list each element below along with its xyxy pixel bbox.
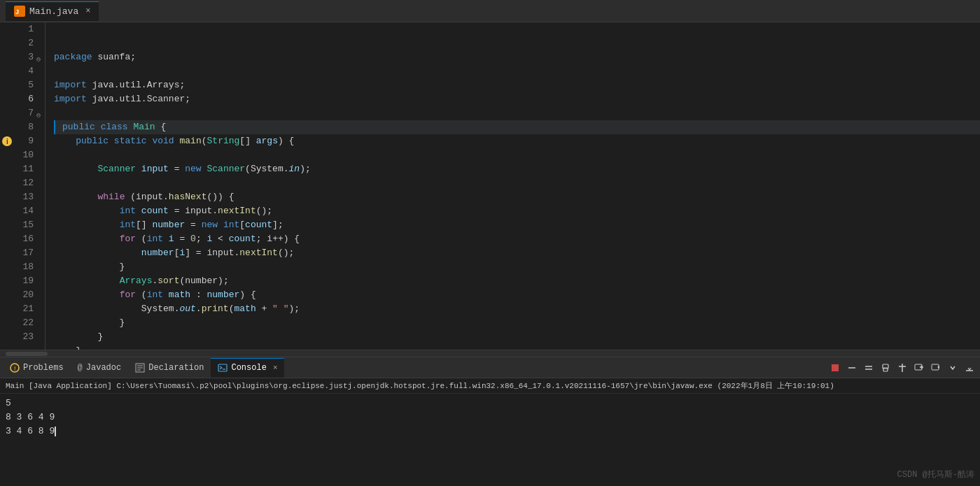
remove-button[interactable]	[844, 360, 860, 376]
gutter-cell-16	[0, 232, 14, 246]
gutter-cell-20	[0, 288, 14, 302]
gutter-cell-8	[0, 120, 14, 134]
remove-all-icon	[864, 363, 874, 373]
line-number-18: 18	[22, 260, 39, 274]
tab-declaration-label: Declaration	[148, 363, 204, 373]
console-header: Main [Java Application] C:\Users\Tuomasi…	[0, 378, 980, 394]
code-line-13: int[] number = new int[count];	[54, 218, 980, 232]
svg-text:!: !	[14, 365, 16, 372]
line-number-16: 16	[22, 232, 39, 246]
dropdown-arrow[interactable]	[945, 360, 960, 376]
gutter-cell-14	[0, 204, 14, 218]
declaration-icon	[135, 363, 145, 373]
code-line-11: while (input.hasNext()) {	[54, 190, 980, 204]
code-line-8	[54, 148, 980, 162]
new-console-button[interactable]	[911, 360, 927, 376]
tab-close-button[interactable]: ×	[85, 6, 90, 16]
code-line-10	[54, 176, 980, 190]
console-line-2: 3 4 6 8 9	[6, 424, 974, 438]
gutter-cell-9: i	[0, 134, 14, 148]
line-number-4: 4	[22, 64, 39, 78]
code-line-15: number[i] = input.nextInt();	[54, 246, 980, 260]
code-line-18: for (int math : number) {	[54, 288, 980, 302]
gutter-cell-21	[0, 302, 14, 316]
code-line-7: public static void main(String[] args) {	[54, 134, 980, 148]
line-number-21: 21	[22, 302, 39, 316]
horizontal-scrollbar[interactable]	[0, 350, 980, 357]
editor-tab[interactable]: J Main.java ×	[6, 1, 99, 21]
code-line-3: import java.util.Arrays;	[54, 78, 980, 92]
console-tab-close[interactable]: ×	[273, 364, 278, 372]
editor-container: i 123⊖4567⊖89101112131415161718192021222…	[0, 22, 980, 357]
line-number-3: 3⊖	[22, 50, 39, 64]
title-bar: J Main.java ×	[0, 0, 980, 22]
gutter-cell-23	[0, 330, 14, 344]
console-icon	[218, 363, 227, 373]
view-options-button[interactable]	[928, 360, 944, 376]
line-number-1: 1	[22, 22, 39, 36]
svg-rect-12	[832, 364, 839, 371]
tab-javadoc[interactable]: @ Javadoc	[71, 358, 129, 378]
line-number-17: 17	[22, 246, 39, 260]
line-numbers: 123⊖4567⊖891011121314151617181920212223	[14, 22, 46, 350]
svg-text:i: i	[6, 138, 8, 145]
at-icon: @	[78, 363, 83, 373]
svg-text:J: J	[15, 8, 19, 15]
pin-button[interactable]	[895, 360, 910, 376]
code-editor[interactable]: package suanfa; import java.util.Arrays;…	[46, 22, 980, 350]
chevron-down-icon	[949, 364, 956, 371]
gutter-cell-4	[0, 64, 14, 78]
stop-button[interactable]	[827, 360, 843, 376]
minimize-panel-button[interactable]	[962, 360, 977, 376]
scrollbar-thumb[interactable]	[6, 352, 48, 356]
line-number-15: 15	[22, 218, 39, 232]
code-line-1: package suanfa;	[54, 50, 980, 64]
warning-icon: !	[10, 363, 20, 373]
line-number-5: 5	[22, 78, 39, 92]
new-console-icon	[914, 363, 924, 373]
code-line-20: }	[54, 316, 980, 330]
code-line-5	[54, 106, 980, 120]
tab-javadoc-label: Javadoc	[86, 363, 121, 373]
cursor	[55, 427, 56, 436]
gutter-cell-6	[0, 92, 14, 106]
code-line-16: }	[54, 260, 980, 274]
code-area[interactable]: i 123⊖4567⊖89101112131415161718192021222…	[0, 22, 980, 350]
line-number-2: 2	[22, 36, 39, 50]
gutter-cell-22	[0, 316, 14, 330]
code-line-22: }	[54, 344, 980, 350]
line-number-9: 9	[22, 134, 39, 148]
gutter-cell-3	[0, 50, 14, 64]
gutter-cell-2	[0, 36, 14, 50]
gutter-cell-7	[0, 106, 14, 120]
line-number-11: 11	[22, 162, 39, 176]
line-number-19: 19	[22, 274, 39, 288]
line-number-23: 23	[22, 330, 39, 344]
tab-console[interactable]: Console ×	[211, 358, 284, 378]
tab-declaration[interactable]: Declaration	[128, 358, 211, 378]
code-line-2	[54, 64, 980, 78]
tab-problems[interactable]: ! Problems	[3, 358, 71, 378]
code-line-17: Arrays.sort(number);	[54, 274, 980, 288]
tab-label: Main.java	[29, 6, 78, 17]
console-line-0: 5	[6, 396, 974, 410]
gutter-cell-5	[0, 78, 14, 92]
code-line-12: int count = input.nextInt();	[54, 204, 980, 218]
gutter-cell-10	[0, 148, 14, 162]
line-number-20: 20	[22, 288, 39, 302]
warning-bookmark-icon: i	[1, 136, 13, 147]
scroll-lock-button[interactable]	[878, 360, 893, 376]
tab-problems-label: Problems	[23, 363, 64, 373]
gutter-cell-18	[0, 260, 14, 274]
code-line-9: Scanner input = new Scanner(System.in);	[54, 162, 980, 176]
remove-icon	[847, 363, 857, 373]
line-number-10: 10	[22, 148, 39, 162]
bottom-panel: ! Problems @ Javadoc Declaration Console	[0, 357, 980, 486]
console-line-1: 8 3 6 4 9	[6, 410, 974, 424]
remove-all-button[interactable]	[861, 360, 876, 376]
java-file-icon: J	[14, 6, 25, 17]
gutter-cell-15	[0, 218, 14, 232]
left-gutter: i	[0, 22, 14, 350]
code-line-14: for (int i = 0; i < count; i++) {	[54, 232, 980, 246]
stop-icon	[830, 363, 840, 373]
